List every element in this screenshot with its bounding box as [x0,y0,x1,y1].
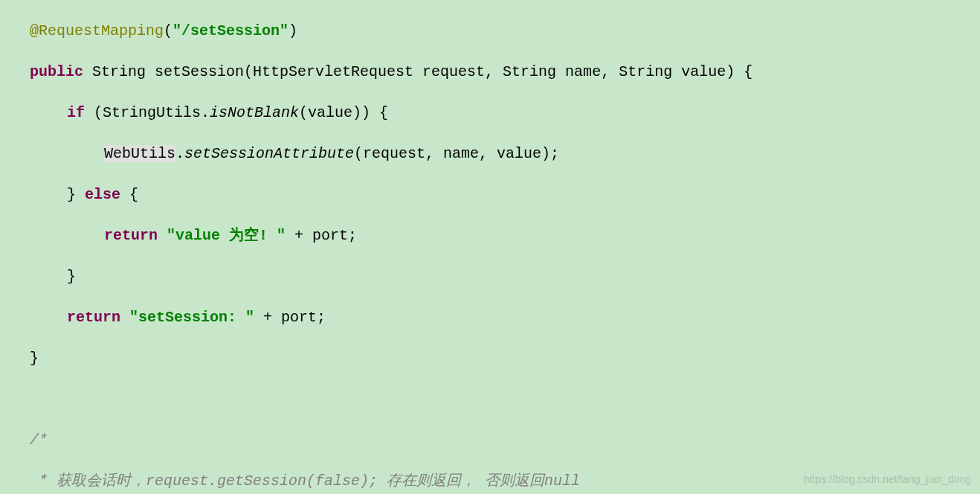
string: "/setSession" [173,22,288,39]
string: "value 为空! " [167,227,294,244]
t [30,391,39,408]
t: (value)) { [299,104,388,121]
method-italic: isNotBlank [210,104,299,121]
string: "setSession: " [129,309,263,326]
t: + port; [294,227,357,244]
t: (request, name, value); [354,145,559,162]
code-line: /* [0,430,980,451]
code-block: @RequestMapping("/setSession") public St… [0,0,980,494]
code-line: public String setSession(HttpServletRequ… [0,62,980,83]
t: String setSession(HttpServletRequest req… [92,63,752,80]
t: ( [164,22,173,39]
method-italic: setSessionAttribute [184,145,354,162]
keyword: return [104,227,167,244]
code-line: } [0,348,980,369]
t: ) [288,22,297,39]
t: } [67,268,76,285]
keyword: else [85,186,129,203]
annotation: @RequestMapping [30,22,164,39]
highlighted: WebUtils [104,145,175,162]
code-line: return "setSession: " + port; [0,307,980,328]
keyword: if [67,104,94,121]
t: . [175,145,184,162]
comment: /* [30,432,48,449]
code-line [0,389,980,410]
code-line: WebUtils.setSessionAttribute(request, na… [0,144,980,164]
code-line: } [0,266,980,287]
t: } [67,186,85,203]
keyword: return [67,309,129,326]
t: } [30,350,39,367]
t: (StringUtils. [94,104,210,121]
watermark: https://blog.csdn.net/tang_jian_dong [804,469,971,490]
code-line: } else { [0,185,980,205]
code-line: if (StringUtils.isNotBlank(value)) { [0,103,980,124]
t: { [129,186,138,203]
keyword: public [30,63,92,80]
comment: * 获取会话时，request.getSession(false); 存在则返回… [30,472,580,490]
t: + port; [263,309,326,326]
code-line: return "value 为空! " + port; [0,225,980,246]
code-line: @RequestMapping("/setSession") [0,21,980,42]
